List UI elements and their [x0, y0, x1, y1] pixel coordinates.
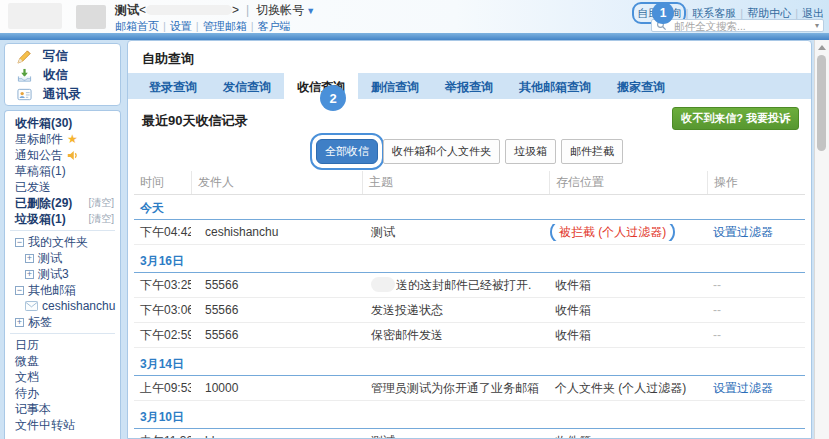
filter-button-0[interactable]: 全部收信	[316, 139, 378, 164]
switch-account-link[interactable]: 切换帐号	[256, 3, 304, 17]
set-filter-link[interactable]: 设置过滤器	[713, 225, 773, 239]
table-row: 下午03:0655566发送投递状态收件箱--	[134, 298, 805, 323]
expand-icon[interactable]: +	[25, 254, 34, 263]
sidebar-divider	[10, 230, 115, 231]
cell-subject: 测试	[362, 224, 549, 241]
cell-sender: hhuu	[191, 434, 362, 439]
folder-label: 收件箱(30)	[15, 115, 72, 132]
column-header-3: 存信位置	[549, 171, 707, 194]
search-box[interactable]: ▾	[651, 19, 824, 32]
top-link-2[interactable]: 帮助中心	[747, 7, 791, 19]
sidebar-folder-item[interactable]: +测试3	[5, 266, 120, 282]
filter-button-1[interactable]: 收件箱和个人文件夹	[383, 139, 500, 164]
expand-icon[interactable]: +	[25, 270, 34, 279]
account-link-3[interactable]: 客户端	[258, 20, 291, 32]
subject-text: 送的这封邮件已经被打开.	[396, 278, 531, 292]
sidebar-folder-item[interactable]: ceshishanchu	[5, 298, 120, 314]
clear-folder-link[interactable]: [清空]	[88, 212, 114, 226]
cell-sender: 55566	[191, 278, 362, 292]
sidebar-folder-item[interactable]: +标签	[5, 314, 120, 330]
sidebar-folder-item[interactable]: −我的文件夹	[5, 234, 120, 250]
collapse-icon[interactable]: −	[15, 238, 24, 247]
sidebar-folder-item[interactable]: 已发送	[5, 179, 120, 195]
tab-0[interactable]: 登录查询	[136, 73, 210, 99]
collapse-icon[interactable]: −	[15, 286, 24, 295]
filter-button-3[interactable]: 邮件拦截	[561, 139, 623, 164]
account-name: 测试	[115, 3, 139, 17]
tab-1[interactable]: 发信查询	[210, 73, 284, 99]
complaint-button[interactable]: 收不到来信? 我要投诉	[672, 107, 799, 130]
link-separator: |	[685, 7, 688, 19]
tab-3[interactable]: 删信查询	[358, 73, 432, 99]
cell-action: --	[707, 278, 805, 292]
sidebar-action-contacts[interactable]: 通讯录	[5, 85, 120, 104]
folder-label: 待办	[15, 385, 39, 402]
vertical-scrollbar[interactable]	[814, 40, 829, 439]
account-line: 测试<>|切换帐号▼	[115, 3, 315, 18]
sidebar-action-compose[interactable]: 写信	[5, 47, 120, 66]
sidebar-folder-item[interactable]: 星标邮件★	[5, 131, 120, 147]
filter-button-2[interactable]: 垃圾箱	[505, 139, 556, 164]
sidebar-folder-item[interactable]: 文件中转站	[5, 417, 120, 433]
sidebar-folder-item[interactable]: −其他邮箱	[5, 282, 120, 298]
cell-action: 设置过滤器	[707, 224, 805, 241]
clear-folder-link[interactable]: [清空]	[88, 196, 114, 210]
folder-label: 文件中转站	[15, 417, 75, 434]
sidebar-action-receive[interactable]: 收信	[5, 66, 120, 85]
account-link-1[interactable]: 设置	[170, 20, 192, 32]
folder-label: 星标邮件	[15, 131, 63, 148]
account-links: 邮箱首页|设置|管理邮箱|客户端	[115, 19, 315, 33]
top-link-1[interactable]: 联系客服	[692, 7, 736, 19]
scroll-up-icon[interactable]	[818, 45, 826, 50]
search-input[interactable]	[674, 20, 812, 31]
cell-time: 下午03:25	[134, 277, 191, 294]
account-link-0[interactable]: 邮箱首页	[115, 20, 159, 32]
cell-location: 收件箱	[549, 433, 707, 439]
folder-label: 其他邮箱	[28, 282, 76, 299]
section-title: 最近90天收信记录	[142, 113, 247, 128]
tab-6[interactable]: 搬家查询	[604, 73, 678, 99]
filter-row: 全部收信收件箱和个人文件夹垃圾箱邮件拦截	[134, 137, 805, 166]
cell-sender: 55566	[191, 303, 362, 317]
folder-label: 草稿箱(1)	[15, 163, 66, 180]
sidebar-folder-item[interactable]: 待办	[5, 385, 120, 401]
sidebar-folder-item[interactable]: 日历	[5, 337, 120, 353]
set-filter-link[interactable]: 设置过滤器	[713, 381, 773, 395]
sidebar-folder-item[interactable]: 微盘	[5, 353, 120, 369]
folder-label: 测试	[38, 250, 62, 267]
sidebar-folder-item[interactable]: +测试	[5, 250, 120, 266]
mail-icon[interactable]	[25, 301, 38, 311]
cell-time: 下午03:06	[134, 302, 191, 319]
scrollbar-thumb[interactable]	[817, 55, 826, 151]
top-link-3[interactable]: 退出	[802, 7, 824, 19]
column-header-0: 时间	[134, 171, 191, 194]
sidebar-folder-item[interactable]: 收件箱(30)	[5, 115, 120, 131]
sidebar-folder-item[interactable]: 草稿箱(1)	[5, 163, 120, 179]
folder-label: 垃圾箱(1)	[15, 211, 66, 228]
sidebar-folder-item[interactable]: 记事本	[5, 401, 120, 417]
sidebar-folder-item[interactable]: 文档	[5, 369, 120, 385]
tab-5[interactable]: 其他邮箱查询	[506, 73, 604, 99]
subject-text: 管理员测试为你开通了业务邮箱	[371, 381, 539, 395]
link-separator: |	[163, 20, 166, 32]
location-text: 收件箱	[555, 303, 591, 317]
tab-4[interactable]: 举报查询	[432, 73, 506, 99]
sidebar-folder-item[interactable]: 通知公告	[5, 147, 120, 163]
no-action-dash: --	[713, 278, 721, 292]
switch-account-dropdown-icon[interactable]: ▼	[306, 6, 315, 16]
folder-label: 通知公告	[15, 147, 63, 164]
expand-icon[interactable]: +	[15, 318, 24, 327]
account-info: 测试<>|切换帐号▼ 邮箱首页|设置|管理邮箱|客户端	[115, 3, 315, 33]
date-group-header: 3月14日	[134, 353, 805, 376]
column-header-1: 发件人	[191, 171, 362, 194]
sidebar-folders: 收件箱(30)星标邮件★通知公告草稿箱(1)已发送已删除(29)[清空]垃圾箱(…	[4, 110, 121, 439]
sidebar-folder-item[interactable]: 垃圾箱(1)[清空]	[5, 211, 120, 227]
link-separator: |	[795, 7, 798, 19]
cell-subject: 管理员测试为你开通了业务邮箱	[362, 380, 549, 397]
folder-label: 测试3	[38, 266, 69, 283]
search-dropdown-icon[interactable]: ▾	[815, 21, 819, 30]
redacted-text	[371, 277, 395, 292]
account-link-2[interactable]: 管理邮箱	[203, 20, 247, 32]
sidebar-folder-item[interactable]: 已删除(29)[清空]	[5, 195, 120, 211]
no-action-dash: --	[713, 434, 721, 439]
